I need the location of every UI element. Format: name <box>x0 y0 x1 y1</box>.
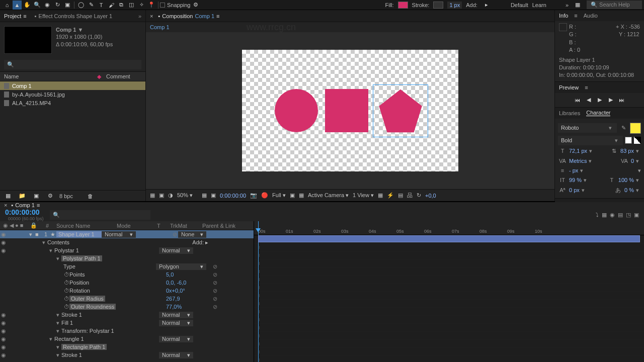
stroke-color-swatch[interactable] <box>433 2 443 9</box>
pen-tool-icon[interactable]: ✎ <box>87 1 96 10</box>
prev-frame-icon[interactable]: ◀ <box>585 96 593 104</box>
channel-icon[interactable]: 🔴 <box>261 192 268 199</box>
shape-rectangle[interactable] <box>325 89 368 132</box>
shape-ellipse[interactable] <box>275 89 318 132</box>
timeline-ruler[interactable]: 00s01s02s03s04s05s06s07s08s09s10s <box>254 221 644 235</box>
timeline-current-time[interactable]: 0:00:00:00 <box>5 208 44 216</box>
stroke-style-icon[interactable]: ▾ <box>638 167 641 174</box>
view-dropdown[interactable]: 1 View ▾ <box>353 192 374 199</box>
timeline-row[interactable]: ◉▾Fill 1Normal▾ <box>0 319 254 327</box>
timeline-row[interactable]: ◉▾Transform: Polystar 1 <box>0 327 254 335</box>
clone-tool-icon[interactable]: ⧉ <box>117 1 126 10</box>
text-tool-icon[interactable]: T <box>97 1 106 10</box>
eraser-tool-icon[interactable]: ◫ <box>127 1 136 10</box>
project-item[interactable]: by-A.Ayoubi-1561.jpg <box>0 90 145 99</box>
workspace-default[interactable]: Default <box>511 2 528 8</box>
workspace-learn[interactable]: Learn <box>532 2 546 8</box>
shy-icon[interactable]: ⤵ <box>596 212 599 218</box>
vscale-input[interactable]: 99 % <box>569 176 582 184</box>
timeline-row[interactable]: ⏱Points5,0⊘ <box>0 270 254 279</box>
settings-icon[interactable]: ⚙ <box>46 192 55 201</box>
close-timeline-tab-icon[interactable]: × <box>4 202 7 208</box>
draft3d-icon[interactable]: ◳ <box>626 212 631 218</box>
timeline-row[interactable]: ◉▾Rectangle Path 1 <box>0 343 254 351</box>
transparency-icon[interactable]: ▣ <box>211 192 216 199</box>
last-frame-icon[interactable]: ⏭ <box>618 96 626 104</box>
timeline-row[interactable]: TypePolygon▾⊘ <box>0 262 254 270</box>
timeline-row[interactable]: ◉▾Stroke 1Normal▾ <box>0 311 254 319</box>
composition-viewer[interactable]: www.rrcg.cn <box>146 32 554 189</box>
composition-tab[interactable]: ▪ Composition Comp 1 ≡ <box>158 13 219 19</box>
next-frame-icon[interactable]: ▶ <box>607 96 615 104</box>
motion-blur-icon[interactable]: ◉ <box>610 212 615 218</box>
selection-tool-icon[interactable]: ▲ <box>13 1 22 10</box>
comp-breadcrumb[interactable]: Comp 1 <box>150 24 170 30</box>
roi-icon[interactable]: ▣ <box>290 192 295 199</box>
layer-duration-bar[interactable] <box>258 235 640 242</box>
stroke-color-big[interactable] <box>625 137 632 144</box>
timeline-row[interactable]: ◉▾Polystar 1Normal▾ <box>0 246 254 254</box>
exposure-value[interactable]: +0,0 <box>425 193 436 199</box>
fast-preview-icon[interactable]: ⚡ <box>387 192 394 199</box>
audio-tab[interactable]: Audio <box>584 13 598 19</box>
timeline-row[interactable]: ▾Polystar Path 1 <box>0 254 254 262</box>
selection-bounding-box[interactable] <box>373 84 428 137</box>
snapping-checkbox[interactable] <box>160 3 165 8</box>
kerning-dropdown[interactable]: Metrics <box>569 157 587 165</box>
search-help-input[interactable]: 🔍 Search Help <box>587 1 642 9</box>
snap-options-icon[interactable]: ⚙ <box>191 1 200 10</box>
new-folder-icon[interactable]: 📁 <box>18 192 27 201</box>
timeline-row[interactable]: ◉▾ContentsAdd: ▸ <box>0 238 254 246</box>
stroke-width-input[interactable]: 1 px <box>447 2 462 9</box>
pixel-aspect-icon[interactable]: ▦ <box>378 192 383 199</box>
brush-tool-icon[interactable]: 🖌 <box>107 1 116 10</box>
add-shape-icon[interactable]: ▸ <box>482 1 491 10</box>
timeline-row[interactable]: ⏱Outer Roundness77,0%⊘ <box>0 303 254 311</box>
timeline-row[interactable]: ◉▾Stroke 1Normal▾ <box>0 351 254 359</box>
new-comp-icon[interactable]: ▣ <box>32 192 41 201</box>
project-item[interactable]: Comp 1 <box>0 81 145 90</box>
workspace-icon[interactable]: ▦ <box>573 1 582 10</box>
reset-exp-icon[interactable]: ↻ <box>417 192 421 199</box>
current-time[interactable]: 0:00:00:00 <box>220 193 246 199</box>
res-icon[interactable]: ▦ <box>202 192 207 199</box>
timeline-comp-tab[interactable]: ▪ Comp 1 ≡ <box>11 202 40 208</box>
timeline-row[interactable]: ⏱Rotation0x+0,0°⊘ <box>0 287 254 295</box>
project-item[interactable]: ALA_4215.MP4 <box>0 99 145 107</box>
swap-colors-icon[interactable] <box>634 137 641 144</box>
zoom-dropdown[interactable]: 50% ▾ <box>177 192 193 199</box>
character-tab[interactable]: Character <box>586 110 610 116</box>
interpret-footage-icon[interactable]: ▦ <box>4 192 13 201</box>
graph-editor-icon[interactable]: ▤ <box>618 212 623 218</box>
fill-color-big[interactable] <box>630 123 641 134</box>
bpc-indicator[interactable]: 8 bpc <box>59 193 73 199</box>
preview-tab[interactable]: Preview <box>559 84 579 90</box>
close-tab-icon[interactable]: × <box>150 13 153 19</box>
font-weight-dropdown[interactable]: Bold▾ <box>558 136 623 145</box>
snapshot-icon[interactable]: 📷 <box>250 192 257 199</box>
libraries-tab[interactable]: Libraries <box>559 110 580 116</box>
first-frame-icon[interactable]: ⏮ <box>574 96 582 104</box>
comp-thumbnail[interactable] <box>4 26 52 54</box>
tsume-input[interactable]: 0 % <box>624 187 634 194</box>
zoom-tool-icon[interactable]: 🔍 <box>33 1 42 10</box>
info-tab[interactable]: Info <box>559 13 568 19</box>
font-family-dropdown[interactable]: Roboto▾ <box>558 123 617 133</box>
tracking-input[interactable]: 0 <box>631 157 634 165</box>
project-tab[interactable]: Project ≡ <box>4 13 27 19</box>
mask-icon[interactable]: ◑ <box>168 192 173 199</box>
resolution-dropdown[interactable]: Full ▾ <box>272 192 286 199</box>
rotate-tool-icon[interactable]: ↻ <box>53 1 62 10</box>
play-icon[interactable]: ▶ <box>596 96 604 104</box>
leading-input[interactable]: 83 px <box>620 147 634 155</box>
hscale-input[interactable]: 100 % <box>618 176 634 184</box>
timeline-row[interactable]: ⏱Outer Radius267,9⊘ <box>0 295 254 303</box>
effect-controls-tab[interactable]: ▪ Effect Controls Shape Layer 1 <box>35 13 112 19</box>
camera-tool-icon[interactable]: ▣ <box>63 1 72 10</box>
alpha-icon[interactable]: ▦ <box>150 192 155 199</box>
hand-tool-icon[interactable]: ✋ <box>23 1 32 10</box>
timeline-row[interactable]: ⏱Position0,0, -6,0⊘ <box>0 279 254 287</box>
delete-icon[interactable]: 🗑 <box>86 192 95 201</box>
eyedropper-icon[interactable]: ✎ <box>619 124 628 132</box>
timeline-row[interactable]: ◉▾■1★Shape Layer 1Normal▾⊘None▾ <box>0 230 254 238</box>
